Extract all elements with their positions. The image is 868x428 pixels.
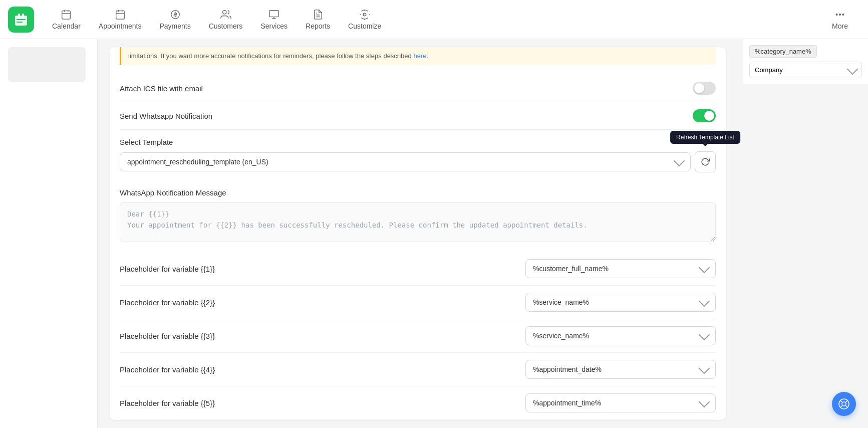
whatsapp-message-section: WhatsApp Notification Message: [120, 180, 716, 252]
select-template-label: Select Template: [120, 138, 716, 146]
template-select-wrapper: appointment_rescheduling_template (en_US…: [120, 151, 716, 172]
nav-item-services[interactable]: Services: [252, 5, 296, 34]
svg-point-19: [842, 14, 844, 15]
variable-1-value: %customer_full_name%: [533, 265, 609, 273]
nav-services-label: Services: [260, 22, 287, 30]
warning-text: limitations. If you want more accurate n…: [128, 52, 412, 60]
svg-rect-7: [116, 11, 124, 19]
company-label: Company: [755, 66, 783, 74]
variable-row-5: Placeholder for variable {{5}} %appointm…: [120, 386, 716, 420]
attach-ics-row: Attach ICS file with email: [120, 75, 716, 102]
svg-rect-13: [269, 10, 278, 17]
warning-link[interactable]: here.: [413, 52, 428, 60]
main-content: limitations. If you want more accurate n…: [0, 39, 868, 428]
form-section: limitations. If you want more accurate n…: [110, 47, 726, 420]
select-template-section: Select Template appointment_rescheduling…: [120, 130, 716, 180]
nav-appointments-label: Appointments: [99, 22, 142, 30]
nav-customers-label: Customers: [209, 22, 243, 30]
chevron-down-icon: [699, 329, 710, 341]
warning-bar: limitations. If you want more accurate n…: [120, 47, 716, 65]
whatsapp-message-label: WhatsApp Notification Message: [120, 188, 716, 197]
svg-point-16: [363, 13, 366, 16]
nav-customize-label: Customize: [348, 22, 381, 30]
company-dropdown[interactable]: Company: [749, 62, 862, 78]
variable-4-value: %appointment_date%: [533, 365, 602, 373]
variable-3-value: %service_name%: [533, 332, 589, 340]
nav-item-reports[interactable]: Reports: [298, 5, 338, 34]
nav-reports-label: Reports: [306, 22, 330, 30]
variable-row-2: Placeholder for variable {{2}} %service_…: [120, 286, 716, 319]
refresh-template-button[interactable]: Refresh Template List: [695, 151, 716, 172]
variable-3-label: Placeholder for variable {{3}}: [120, 332, 215, 340]
chevron-down-icon: [699, 363, 710, 374]
app-logo[interactable]: [8, 7, 34, 33]
svg-point-21: [842, 402, 846, 406]
template-select-dropdown[interactable]: appointment_rescheduling_template (en_US…: [120, 152, 691, 171]
variable-2-value: %service_name%: [533, 298, 589, 306]
template-select-value: appointment_rescheduling_template (en_US…: [127, 158, 268, 166]
variable-row-1: Placeholder for variable {{1}} %customer…: [120, 252, 716, 286]
variable-4-select[interactable]: %appointment_date%: [525, 360, 716, 379]
svg-rect-2: [22, 14, 24, 18]
chevron-down-icon: [699, 296, 710, 307]
variable-4-label: Placeholder for variable {{4}}: [120, 365, 215, 374]
nav-payments-label: Payments: [159, 22, 190, 30]
nav-items: Calendar Appointments Payments: [44, 5, 860, 34]
variable-5-label: Placeholder for variable {{5}}: [120, 399, 215, 407]
svg-point-17: [836, 14, 837, 15]
variable-1-label: Placeholder for variable {{1}}: [120, 265, 215, 273]
chevron-down-icon: [674, 155, 685, 167]
attach-ics-toggle[interactable]: [693, 82, 716, 95]
variable-1-select[interactable]: %customer_full_name%: [525, 259, 716, 278]
svg-rect-1: [18, 14, 20, 18]
nav-item-customize[interactable]: Customize: [340, 5, 389, 34]
send-whatsapp-label: Send Whatsapp Notification: [120, 112, 212, 120]
nav-item-customers[interactable]: Customers: [201, 5, 251, 34]
nav-more-label: More: [832, 22, 848, 30]
svg-line-23: [846, 406, 848, 408]
sidebar-image: [8, 47, 86, 82]
svg-line-24: [846, 400, 848, 402]
chevron-down-icon: [699, 396, 710, 408]
support-icon: [838, 398, 850, 410]
send-whatsapp-row: Send Whatsapp Notification: [120, 102, 716, 130]
variable-3-select[interactable]: %service_name%: [525, 326, 716, 345]
svg-point-18: [839, 14, 841, 15]
send-whatsapp-toggle[interactable]: [693, 109, 716, 122]
center-content: limitations. If you want more accurate n…: [98, 39, 738, 428]
refresh-icon: [701, 157, 710, 166]
attach-ics-label: Attach ICS file with email: [120, 84, 203, 93]
nav-item-calendar[interactable]: Calendar: [44, 5, 89, 34]
top-navigation: Calendar Appointments Payments: [0, 0, 868, 39]
variable-row-4: Placeholder for variable {{4}} %appointm…: [120, 353, 716, 386]
nav-item-more[interactable]: More: [820, 5, 860, 34]
variable-5-value: %appointment_time%: [533, 399, 601, 407]
svg-rect-0: [15, 16, 27, 26]
chevron-down-icon: [699, 262, 710, 274]
svg-point-12: [222, 10, 226, 14]
right-panel: %category_name% Company: [743, 39, 868, 84]
svg-line-25: [840, 406, 842, 408]
variable-row-3: Placeholder for variable {{3}} %service_…: [120, 319, 716, 353]
whatsapp-message-textarea[interactable]: [120, 202, 716, 242]
nav-item-appointments[interactable]: Appointments: [91, 5, 150, 34]
variable-2-label: Placeholder for variable {{2}}: [120, 298, 215, 307]
left-sidebar: [0, 39, 98, 428]
category-name-tag: %category_name%: [749, 45, 817, 58]
nav-calendar-label: Calendar: [52, 22, 81, 30]
nav-item-payments[interactable]: Payments: [151, 5, 198, 34]
chevron-down-icon: [847, 63, 858, 75]
support-button[interactable]: [832, 392, 856, 416]
variable-rows: Placeholder for variable {{1}} %customer…: [120, 252, 716, 420]
variable-5-select[interactable]: %appointment_time%: [525, 393, 716, 412]
svg-rect-3: [62, 11, 71, 19]
svg-line-22: [840, 400, 842, 402]
variable-2-select[interactable]: %service_name%: [525, 293, 716, 312]
